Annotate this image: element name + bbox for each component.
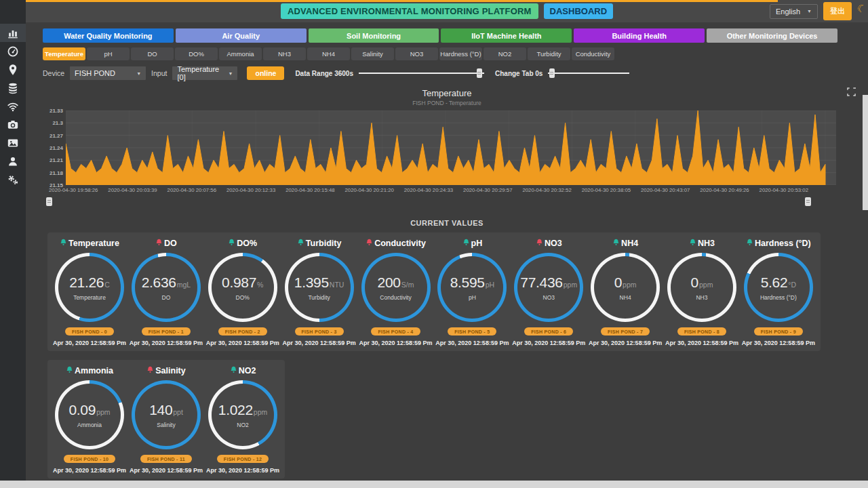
sidebar-item-gears[interactable] <box>0 170 26 188</box>
gauge-name: NO3 <box>545 239 562 248</box>
sidebar-item-user[interactable] <box>0 152 26 170</box>
sidebar-item-bar-chart[interactable] <box>0 24 26 42</box>
subtab-temperature[interactable]: Temperature <box>43 47 85 60</box>
device-select[interactable]: FISH POND ▼ <box>70 66 146 80</box>
sidebar-item-camera[interactable] <box>0 115 26 134</box>
data-range-slider-handle[interactable] <box>477 68 482 78</box>
sidebar-item-gauge[interactable] <box>0 42 26 60</box>
sidebar-item-database[interactable] <box>0 79 26 97</box>
subtab-ph[interactable]: pH <box>87 47 130 60</box>
input-select[interactable]: Temperature [0] ▼ <box>172 66 237 80</box>
online-status-button[interactable]: online <box>247 66 284 80</box>
sidebar <box>0 0 26 481</box>
x-tick-label: 2020-04-30 20:29:57 <box>463 187 512 193</box>
device-badge: FISH POND - 7 <box>601 327 650 336</box>
alarm-bell-icon <box>536 239 543 248</box>
wifi-icon <box>7 100 19 113</box>
gauge-label: Hardness (°D) <box>760 294 797 301</box>
gauge-label: Temperature <box>73 294 106 301</box>
subtab-turbidity[interactable]: Turbidity <box>528 47 570 60</box>
subtab-conductivity[interactable]: Conductivity <box>572 47 614 60</box>
tab-soil-monitoring[interactable]: Soil Monitoring <box>309 28 439 43</box>
gauge-timestamp: Apr 30, 2020 12:58:59 Pm <box>130 467 203 474</box>
sidebar-item-wifi[interactable] <box>0 97 26 115</box>
chart-x-axis: 2020-04-30 19:58:262020-04-30 20:03:3920… <box>49 187 808 193</box>
subtab-nh4[interactable]: NH4 <box>307 47 350 60</box>
user-icon <box>7 155 19 167</box>
subtab-do[interactable]: DO <box>131 47 174 60</box>
gauge-title: Salinity <box>146 366 185 375</box>
x-tick-label: 2020-04-30 20:21:20 <box>344 187 393 193</box>
tab-iiot-machine-health[interactable]: IIoT Machine Health <box>441 28 572 43</box>
gauge-timestamp: Apr 30, 2020 12:58:59 Pm <box>206 467 279 474</box>
alarm-bell-icon <box>60 239 67 248</box>
gauge-value: 140ppt <box>149 402 183 418</box>
gauge-timestamp: Apr 30, 2020 12:58:59 Pm <box>742 340 815 346</box>
subtab-ammonia[interactable]: Ammonia <box>219 47 262 60</box>
gauge-unit: ppt <box>173 408 183 416</box>
gauge-card-do: DO2.636mgLDOFISH POND - 1Apr 30, 2020 12… <box>128 239 204 346</box>
main-content: Water Quality MonitoringAir QualitySoil … <box>26 28 868 479</box>
gauge-value: 5.62°D <box>761 274 796 291</box>
gauge-value: 1.022ppm <box>218 402 268 418</box>
camera-icon <box>7 119 19 131</box>
language-value: English <box>776 7 800 16</box>
vertical-scrollbar-thumb[interactable] <box>863 95 868 210</box>
range-handle-left[interactable] <box>46 197 52 206</box>
change-tab-slider-handle[interactable] <box>549 68 555 78</box>
alarm-bell-icon <box>689 239 696 248</box>
tab-water-quality-monitoring[interactable]: Water Quality Monitoring <box>43 28 174 43</box>
chart-plot-area[interactable] <box>66 110 836 185</box>
x-tick-label: 2020-04-30 20:32:52 <box>522 187 571 193</box>
tab-building-health[interactable]: Building Health <box>574 28 705 43</box>
gauge-unit: ppm <box>96 408 110 416</box>
subtab-no3[interactable]: NO3 <box>395 47 438 60</box>
gauge-label: NO2 <box>237 422 248 428</box>
data-range-slider[interactable] <box>359 73 484 74</box>
sidebar-item-location-pin[interactable] <box>0 60 26 79</box>
fullscreen-icon[interactable] <box>847 87 856 99</box>
gauge-title: Hardness (°D) <box>746 239 811 248</box>
header: ADVANCED ENVIRONMENTAL MONITORING PLATFO… <box>26 0 868 22</box>
tab-air-quality[interactable]: Air Quality <box>176 28 307 43</box>
parameter-tabs: TemperaturepHDODO%AmmoniaNH3NH4SalinityN… <box>43 47 837 60</box>
gauge-unit: NTU <box>330 281 344 289</box>
gauge-label: DO <box>162 294 171 301</box>
gauge-card-turbidity: Turbidity1.395NTUTurbidityFISH POND - 3A… <box>281 239 357 346</box>
gauge-name: NH3 <box>698 239 715 248</box>
gauge-icon <box>7 45 19 58</box>
horizontal-scrollbar[interactable] <box>0 481 868 488</box>
header-controls: English ▼ 登出 <box>770 2 852 20</box>
subtab-hardness-d-[interactable]: Hardness (°D) <box>439 47 482 60</box>
subtab-salinity[interactable]: Salinity <box>351 47 394 60</box>
header-accent-bar <box>26 0 778 2</box>
gauge-timestamp: Apr 30, 2020 12:58:59 Pm <box>130 340 203 346</box>
subtab-nh3[interactable]: NH3 <box>263 47 306 60</box>
gauge-name: Turbidity <box>306 239 342 248</box>
logout-button[interactable]: 登出 <box>823 2 852 20</box>
bar-chart-icon <box>7 27 19 39</box>
y-tick-label: 21.3 <box>52 120 63 126</box>
gauge-unit: ppm <box>623 281 636 289</box>
gauge-ring: 0ppmNH4 <box>591 253 660 322</box>
range-handle-right[interactable] <box>805 197 811 206</box>
tab-other-monitoring-devices[interactable]: Other Monitoring Devices <box>707 28 837 43</box>
alarm-bell-icon <box>230 366 237 375</box>
subtab-do-[interactable]: DO% <box>175 47 218 60</box>
subtab-no2[interactable]: NO2 <box>484 47 526 60</box>
gauge-card-no2: NO21.022ppmNO2FISH POND - 12Apr 30, 2020… <box>205 366 281 474</box>
gauge-timestamp: Apr 30, 2020 12:58:59 Pm <box>359 340 432 346</box>
gauge-title: Temperature <box>60 239 119 248</box>
language-select[interactable]: English ▼ <box>770 4 818 19</box>
gauge-inner: 8.595pHpH <box>441 256 503 319</box>
gauge-inner: 200S/mConductivity <box>365 256 427 319</box>
device-badge: FISH POND - 8 <box>677 327 726 336</box>
change-tab-slider[interactable] <box>548 73 629 74</box>
sidebar-item-image[interactable] <box>0 134 26 152</box>
alarm-bell-icon <box>366 239 373 248</box>
gauge-card-conductivity: Conductivity200S/mConductivityFISH POND … <box>358 239 434 346</box>
gauge-title: NO2 <box>230 366 256 375</box>
gauge-ring: 0ppmNH3 <box>667 253 736 322</box>
gauge-value: 77.436ppm <box>520 274 577 291</box>
alarm-bell-icon <box>228 239 235 248</box>
